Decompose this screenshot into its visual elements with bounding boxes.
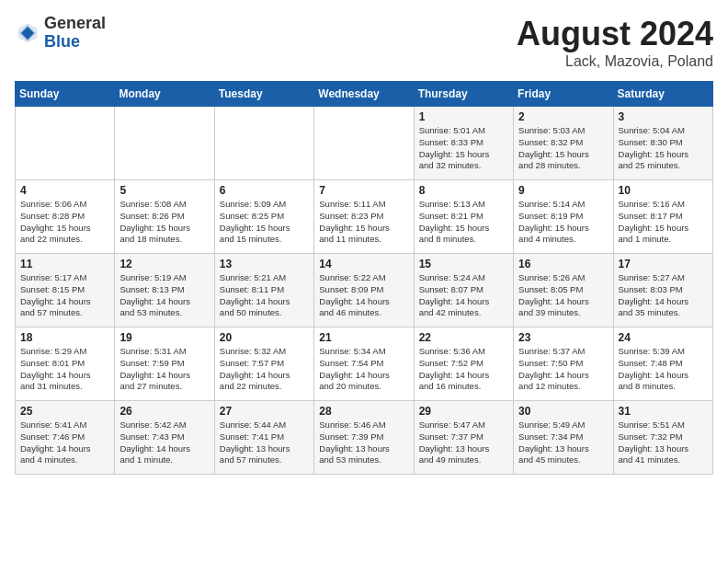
logo-text: General Blue (44, 15, 106, 52)
day-number: 10 (619, 184, 708, 197)
calendar-cell: 31Sunrise: 5:51 AM Sunset: 7:32 PM Dayli… (613, 401, 712, 475)
calendar-cell: 7Sunrise: 5:11 AM Sunset: 8:23 PM Daylig… (314, 180, 414, 254)
weekday-header-friday: Friday (514, 82, 613, 107)
calendar-cell: 13Sunrise: 5:21 AM Sunset: 8:11 PM Dayli… (214, 254, 313, 327)
day-number: 13 (220, 258, 309, 270)
calendar-cell (314, 107, 414, 180)
calendar-cell: 16Sunrise: 5:26 AM Sunset: 8:05 PM Dayli… (514, 254, 613, 327)
logo: General Blue (15, 15, 106, 52)
location: Lack, Mazovia, Poland (517, 53, 713, 70)
day-number: 29 (419, 405, 508, 418)
cell-content: Sunrise: 5:17 AM Sunset: 8:15 PM Dayligh… (20, 272, 109, 319)
calendar-cell: 3Sunrise: 5:04 AM Sunset: 8:30 PM Daylig… (613, 107, 712, 180)
cell-content: Sunrise: 5:24 AM Sunset: 8:07 PM Dayligh… (419, 272, 508, 319)
day-number: 30 (518, 405, 608, 418)
day-number: 9 (518, 184, 608, 197)
day-number: 1 (419, 110, 508, 123)
calendar-cell: 28Sunrise: 5:46 AM Sunset: 7:39 PM Dayli… (314, 401, 414, 475)
weekday-header-wednesday: Wednesday (314, 82, 414, 107)
calendar-cell (16, 107, 115, 180)
cell-content: Sunrise: 5:41 AM Sunset: 7:46 PM Dayligh… (20, 419, 109, 466)
cell-content: Sunrise: 5:03 AM Sunset: 8:32 PM Dayligh… (518, 125, 608, 172)
calendar-cell: 5Sunrise: 5:08 AM Sunset: 8:26 PM Daylig… (115, 180, 214, 254)
calendar-cell: 29Sunrise: 5:47 AM Sunset: 7:37 PM Dayli… (414, 401, 513, 475)
cell-content: Sunrise: 5:06 AM Sunset: 8:28 PM Dayligh… (20, 199, 109, 246)
title-block: August 2024 Lack, Mazovia, Poland (517, 15, 713, 70)
day-number: 11 (20, 258, 109, 270)
calendar-cell: 4Sunrise: 5:06 AM Sunset: 8:28 PM Daylig… (16, 180, 115, 254)
cell-content: Sunrise: 5:19 AM Sunset: 8:13 PM Dayligh… (119, 272, 209, 319)
calendar-week-row: 1Sunrise: 5:01 AM Sunset: 8:33 PM Daylig… (16, 107, 713, 180)
calendar-cell: 1Sunrise: 5:01 AM Sunset: 8:33 PM Daylig… (414, 107, 513, 180)
day-number: 7 (319, 184, 408, 197)
day-number: 26 (119, 405, 209, 418)
day-number: 21 (319, 331, 408, 344)
calendar-cell: 6Sunrise: 5:09 AM Sunset: 8:25 PM Daylig… (214, 180, 313, 254)
day-number: 27 (220, 405, 309, 418)
calendar-cell (115, 107, 214, 180)
day-number: 18 (20, 331, 109, 344)
day-number: 25 (20, 405, 109, 418)
cell-content: Sunrise: 5:32 AM Sunset: 7:57 PM Dayligh… (220, 346, 309, 393)
weekday-header-tuesday: Tuesday (214, 82, 313, 107)
day-number: 14 (319, 258, 408, 270)
calendar-cell: 8Sunrise: 5:13 AM Sunset: 8:21 PM Daylig… (414, 180, 513, 254)
cell-content: Sunrise: 5:27 AM Sunset: 8:03 PM Dayligh… (619, 272, 708, 319)
day-number: 17 (619, 258, 708, 270)
cell-content: Sunrise: 5:01 AM Sunset: 8:33 PM Dayligh… (419, 125, 508, 172)
cell-content: Sunrise: 5:44 AM Sunset: 7:41 PM Dayligh… (220, 419, 309, 466)
weekday-header-monday: Monday (115, 82, 214, 107)
cell-content: Sunrise: 5:04 AM Sunset: 8:30 PM Dayligh… (619, 125, 708, 172)
day-number: 19 (119, 331, 209, 344)
day-number: 6 (220, 184, 309, 197)
cell-content: Sunrise: 5:37 AM Sunset: 7:50 PM Dayligh… (518, 346, 608, 393)
calendar-cell: 30Sunrise: 5:49 AM Sunset: 7:34 PM Dayli… (514, 401, 613, 475)
cell-content: Sunrise: 5:34 AM Sunset: 7:54 PM Dayligh… (319, 346, 408, 393)
calendar-cell: 17Sunrise: 5:27 AM Sunset: 8:03 PM Dayli… (613, 254, 712, 327)
calendar-cell: 11Sunrise: 5:17 AM Sunset: 8:15 PM Dayli… (16, 254, 115, 327)
day-number: 22 (419, 331, 508, 344)
day-number: 23 (518, 331, 608, 344)
weekday-header-sunday: Sunday (16, 82, 115, 107)
logo-icon (15, 20, 40, 46)
calendar-cell: 21Sunrise: 5:34 AM Sunset: 7:54 PM Dayli… (314, 327, 414, 401)
cell-content: Sunrise: 5:46 AM Sunset: 7:39 PM Dayligh… (319, 419, 408, 466)
calendar-cell: 19Sunrise: 5:31 AM Sunset: 7:59 PM Dayli… (115, 327, 214, 401)
cell-content: Sunrise: 5:39 AM Sunset: 7:48 PM Dayligh… (619, 346, 708, 393)
cell-content: Sunrise: 5:47 AM Sunset: 7:37 PM Dayligh… (419, 419, 508, 466)
calendar-cell: 22Sunrise: 5:36 AM Sunset: 7:52 PM Dayli… (414, 327, 513, 401)
calendar-cell: 2Sunrise: 5:03 AM Sunset: 8:32 PM Daylig… (514, 107, 613, 180)
day-number: 31 (619, 405, 708, 418)
calendar-cell: 12Sunrise: 5:19 AM Sunset: 8:13 PM Dayli… (115, 254, 214, 327)
weekday-header-saturday: Saturday (613, 82, 712, 107)
calendar-cell: 14Sunrise: 5:22 AM Sunset: 8:09 PM Dayli… (314, 254, 414, 327)
cell-content: Sunrise: 5:49 AM Sunset: 7:34 PM Dayligh… (518, 419, 608, 466)
day-number: 12 (119, 258, 209, 270)
cell-content: Sunrise: 5:31 AM Sunset: 7:59 PM Dayligh… (119, 346, 209, 393)
calendar-cell: 10Sunrise: 5:16 AM Sunset: 8:17 PM Dayli… (613, 180, 712, 254)
day-number: 15 (419, 258, 508, 270)
month-year: August 2024 (517, 15, 713, 53)
calendar-week-row: 11Sunrise: 5:17 AM Sunset: 8:15 PM Dayli… (16, 254, 713, 327)
cell-content: Sunrise: 5:51 AM Sunset: 7:32 PM Dayligh… (619, 419, 708, 466)
cell-content: Sunrise: 5:22 AM Sunset: 8:09 PM Dayligh… (319, 272, 408, 319)
calendar-cell: 23Sunrise: 5:37 AM Sunset: 7:50 PM Dayli… (514, 327, 613, 401)
day-number: 2 (518, 110, 608, 123)
day-number: 24 (619, 331, 708, 344)
cell-content: Sunrise: 5:29 AM Sunset: 8:01 PM Dayligh… (20, 346, 109, 393)
cell-content: Sunrise: 5:26 AM Sunset: 8:05 PM Dayligh… (518, 272, 608, 319)
day-number: 28 (319, 405, 408, 418)
calendar-cell: 18Sunrise: 5:29 AM Sunset: 8:01 PM Dayli… (16, 327, 115, 401)
calendar-week-row: 18Sunrise: 5:29 AM Sunset: 8:01 PM Dayli… (16, 327, 713, 401)
calendar-cell: 27Sunrise: 5:44 AM Sunset: 7:41 PM Dayli… (214, 401, 313, 475)
cell-content: Sunrise: 5:16 AM Sunset: 8:17 PM Dayligh… (619, 199, 708, 246)
day-number: 5 (119, 184, 209, 197)
day-number: 16 (518, 258, 608, 270)
calendar-week-row: 25Sunrise: 5:41 AM Sunset: 7:46 PM Dayli… (16, 401, 713, 475)
calendar-table: SundayMondayTuesdayWednesdayThursdayFrid… (15, 81, 713, 475)
calendar-cell: 24Sunrise: 5:39 AM Sunset: 7:48 PM Dayli… (613, 327, 712, 401)
day-number: 3 (619, 110, 708, 123)
day-number: 4 (20, 184, 109, 197)
calendar-cell (214, 107, 313, 180)
calendar-cell: 15Sunrise: 5:24 AM Sunset: 8:07 PM Dayli… (414, 254, 513, 327)
